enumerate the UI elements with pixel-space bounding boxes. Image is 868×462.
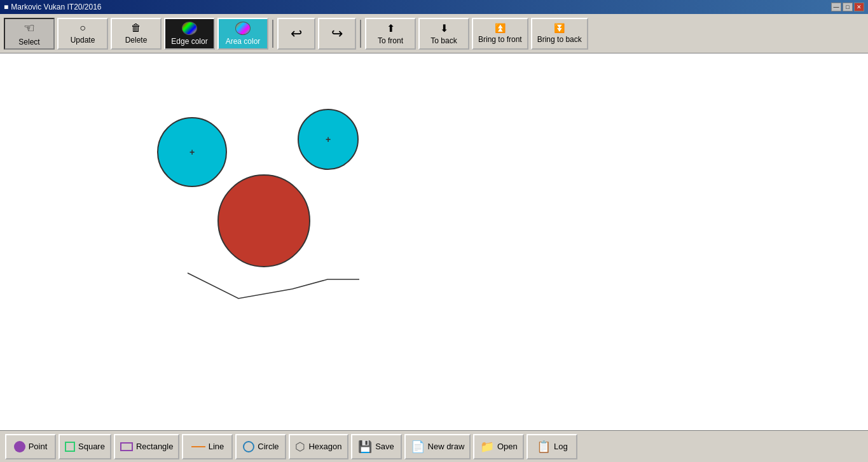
hexagon-button[interactable]: ⬡ Hexagon [289,434,348,459]
newdraw-button[interactable]: New draw [404,434,471,459]
update-label: Update [71,36,95,45]
circle-red[interactable] [217,174,310,267]
to-back-icon: ⬇ [440,22,448,34]
maximize-button[interactable]: □ [843,3,853,11]
open-icon [480,440,494,454]
circle-icon [243,441,254,452]
newdraw-label: New draw [428,442,465,451]
line-button[interactable]: Line [182,434,233,459]
undo-button[interactable]: ↩ [277,18,315,50]
circle-cyan-1[interactable]: + [157,117,227,187]
save-label: Save [375,442,394,451]
to-back-button[interactable]: ⬇ To back [418,18,469,50]
area-color-label: Area color [226,37,261,46]
select-label: Select [18,38,39,46]
save-button[interactable]: Save [351,434,402,459]
title-bar-left: ■ Markovic Vukan IT20/2016 [4,3,102,11]
bottom-toolbar: Point Square Rectangle Line Circle ⬡ Hex… [0,430,868,462]
area-color-swatch [235,22,251,35]
rectangle-label: Rectangle [136,442,174,451]
square-icon [65,442,75,452]
close-button[interactable]: ✕ [854,3,864,11]
trash-icon [131,22,141,34]
to-front-icon: ⬆ [387,22,395,34]
top-toolbar: Select Update Delete Edge color Area col… [0,14,868,53]
delete-label: Delete [125,36,148,45]
to-front-label: To front [378,36,403,45]
title-bar-controls: — □ ✕ [831,3,864,11]
to-front-button[interactable]: ⬆ To front [365,18,416,50]
square-label: Square [78,442,105,451]
delete-button[interactable]: Delete [111,18,162,50]
line-label: Line [209,442,224,451]
redo-icon: ↪ [331,25,343,42]
update-button[interactable]: Update [57,18,108,50]
log-button[interactable]: Log [527,434,577,459]
hand-icon [24,20,35,36]
newdraw-icon [411,440,425,454]
bring-back-icon: ⏬ [554,23,565,33]
circle-button[interactable]: Circle [235,434,286,459]
circle-label: Circle [258,442,279,451]
redo-button[interactable]: ↪ [318,18,356,50]
bring-to-front-label: Bring to front [478,35,522,44]
bring-to-back-label: Bring to back [537,35,582,44]
bring-to-front-button[interactable]: ⏫ Bring to front [472,18,528,50]
edge-color-swatch [182,22,197,35]
circle-1-center: + [189,147,195,157]
square-button[interactable]: Square [59,434,111,459]
circle-cyan-2[interactable]: + [298,109,359,170]
open-button[interactable]: Open [473,434,524,459]
log-icon [537,440,551,454]
select-button[interactable]: Select [4,18,55,50]
minimize-button[interactable]: — [831,3,841,11]
line-icon [191,446,205,447]
canvas-svg [0,53,868,430]
area-color-button[interactable]: Area color [217,18,268,50]
hexagon-label: Hexagon [308,442,341,451]
undo-icon: ↩ [291,25,302,42]
rectangle-button[interactable]: Rectangle [114,434,180,459]
bring-to-back-button[interactable]: ⏬ Bring to back [531,18,588,50]
canvas-area[interactable]: + + [0,53,868,430]
edge-color-button[interactable]: Edge color [164,18,215,50]
title-bar: ■ Markovic Vukan IT20/2016 — □ ✕ [0,0,868,14]
edge-color-label: Edge color [171,37,207,46]
save-icon [358,440,372,454]
to-back-label: To back [431,36,457,45]
point-icon [14,441,25,452]
point-label: Point [29,442,48,451]
open-label: Open [497,442,518,451]
circle-2-center: + [326,134,331,144]
rectangle-icon [120,442,133,451]
update-icon [79,22,86,34]
point-button[interactable]: Point [5,434,56,459]
bring-front-icon: ⏫ [495,23,506,33]
divider-1 [272,20,273,48]
divider-2 [360,20,361,48]
hexagon-icon: ⬡ [295,441,305,452]
window-title: Markovic Vukan IT20/2016 [11,3,101,11]
log-label: Log [554,442,568,451]
polyline-shape [188,273,359,298]
